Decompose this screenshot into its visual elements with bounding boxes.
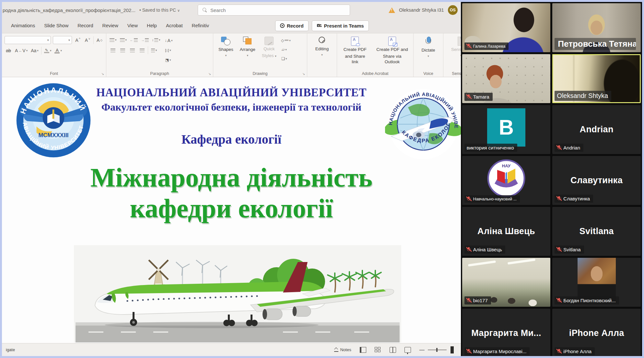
align-text-button[interactable]: [↕]▾	[164, 46, 172, 54]
dictate-button[interactable]: Dictate▾	[416, 36, 440, 59]
participant-tile[interactable]: Аліна Швець Аліна Швець	[462, 207, 551, 256]
participant-tile[interactable]: Богдан Пионтковский...	[552, 258, 641, 307]
mic-muted-icon	[557, 298, 561, 303]
account-avatar[interactable]: OS	[448, 5, 458, 15]
increase-indent-button[interactable]: →	[140, 36, 149, 44]
slideshow-button[interactable]	[404, 347, 411, 353]
participant-name: Навчально-науковий ...	[473, 197, 517, 201]
align-left-button[interactable]	[109, 46, 117, 54]
font-name-combo[interactable]: ▾	[5, 36, 51, 44]
participant-name: Галина Лазарева	[473, 44, 506, 49]
svg-text:T: T	[318, 24, 319, 27]
editing-button[interactable]: Editing▾	[310, 36, 334, 57]
search-box[interactable]	[198, 5, 350, 16]
shape-outline-button[interactable]: ▱▾	[280, 46, 288, 54]
tab-help[interactable]: Help	[142, 18, 161, 33]
record-button[interactable]: Record	[275, 20, 309, 31]
pdf-link-icon	[351, 37, 359, 46]
participant-tile[interactable]: iPhone Алла iPhone Алла	[552, 309, 641, 356]
mic-muted-icon	[467, 44, 471, 49]
create-pdf-share-outlook-button[interactable]: Create PDF andShare via Outlook	[374, 36, 411, 66]
warning-icon[interactable]	[389, 7, 395, 13]
mic-muted-icon	[467, 247, 471, 252]
columns-button[interactable]: ▾	[150, 46, 158, 54]
reading-view-button[interactable]	[390, 347, 396, 353]
paragraph-dialog-launcher[interactable]: ↘	[208, 72, 211, 76]
character-spacing-button[interactable]: A↔V▾	[14, 47, 28, 54]
slide-faculty-line: Факультет екологічної безпеки, інженерії…	[83, 101, 380, 113]
participant-tile[interactable]: Маргарита Ми... Маргарита Мирославі...	[462, 309, 551, 356]
participant-tile[interactable]: Галина Лазарева	[462, 3, 551, 52]
justify-button[interactable]	[138, 46, 146, 54]
font-dialog-launcher[interactable]: ↘	[101, 72, 104, 76]
search-input[interactable]	[210, 7, 345, 13]
decrease-indent-button[interactable]: ←	[129, 36, 138, 44]
notes-button[interactable]: Notes	[334, 347, 351, 352]
sensitivity-button[interactable]: Sensitivity▾	[446, 36, 461, 58]
tab-review[interactable]: Review	[98, 18, 123, 33]
create-pdf-share-link-button[interactable]: Create PDFand Share link	[340, 36, 370, 66]
participant-tile[interactable]: bio177	[462, 258, 551, 307]
mic-muted-icon	[557, 349, 561, 354]
drawing-dialog-launcher[interactable]: ↘	[302, 72, 305, 76]
font-size-combo[interactable]: ▾	[53, 36, 72, 44]
mic-muted-icon	[467, 349, 471, 354]
zoom-out-button[interactable]: —	[419, 347, 425, 353]
zoom-slider[interactable]	[428, 350, 447, 350]
present-in-teams-button[interactable]: T Present in Teams	[312, 20, 369, 31]
tab-record[interactable]: Record	[73, 18, 98, 33]
align-center-button[interactable]	[119, 46, 126, 54]
participant-tile[interactable]: Andrian Andrian	[552, 105, 641, 154]
autosave-status[interactable]: • Saved to this PC ∨	[139, 7, 180, 13]
shapes-button[interactable]: Shapes▾	[216, 36, 236, 63]
participant-tile[interactable]: НАУ Навчально-науковий ...	[462, 156, 551, 205]
document-title: родна діяльність_кафедра_екології_профор…	[3, 7, 135, 13]
letter-avatar: В	[487, 108, 525, 147]
participant-name: Маргарита Мирославі...	[473, 349, 527, 354]
participant-tile-active-speaker[interactable]: Oleksandr Shtyka	[552, 54, 641, 103]
shape-fill-button[interactable]: ◇▾	[280, 37, 291, 44]
smartart-button[interactable]: ⬔▾	[164, 56, 172, 64]
participant-tile[interactable]: Svitlana Svitlana	[552, 207, 641, 256]
tab-slide-show[interactable]: Slide Show	[40, 18, 73, 33]
zoom-in-button[interactable]	[451, 346, 454, 353]
participant-name: Богдан Пионтковский...	[563, 298, 615, 303]
zoom-control[interactable]: —	[419, 346, 454, 353]
participant-tile[interactable]: Tamara	[462, 54, 551, 103]
participant-tile[interactable]: Петровська Тетяна	[552, 3, 641, 52]
normal-view-button[interactable]	[360, 347, 366, 353]
tab-acrobat[interactable]: Acrobat	[161, 18, 187, 33]
strikethrough-button[interactable]: ab	[5, 47, 12, 54]
account-name[interactable]: Oleksandr Shtyka I31	[399, 7, 444, 13]
change-case-button[interactable]: Aa▾	[30, 47, 39, 54]
line-spacing-button[interactable]: ↕▾	[151, 36, 161, 44]
participant-name: Tamara	[473, 94, 489, 100]
text-direction-button[interactable]: ↓A▾	[164, 37, 173, 44]
tab-animations[interactable]: Animations	[6, 18, 40, 33]
align-right-button[interactable]	[128, 46, 136, 54]
arrange-button[interactable]: Arrange▾	[237, 36, 258, 63]
highlight-color-button[interactable]: ✎▾	[43, 47, 52, 54]
bullets-button[interactable]: ▾	[109, 36, 117, 44]
numbering-button[interactable]: ▾	[119, 36, 128, 44]
font-color-button[interactable]: A▾	[54, 47, 63, 54]
participant-tile[interactable]: Славутинка Славутинка	[552, 156, 641, 205]
tab-refinitiv[interactable]: Refinitiv	[187, 18, 214, 33]
paragraph-group: ▾ ▾ ← → ↕▾ ▾	[106, 33, 213, 77]
slide-sorter-button[interactable]	[375, 347, 381, 353]
mic-muted-icon	[557, 247, 561, 252]
arrange-icon	[243, 37, 252, 46]
decrease-font-button[interactable]: A˅	[84, 36, 91, 44]
slide-canvas[interactable]: НАЦІОНАЛЬНИЙ АВІАЦІЙНИЙ УНІВЕРСИТЕТ Факу…	[2, 77, 461, 343]
clear-formatting-button[interactable]: A◇	[96, 36, 103, 44]
sensitivity-icon	[458, 37, 461, 46]
ribbon-tabs: Animations Slide Show Record Review View…	[2, 18, 461, 33]
participant-tile[interactable]: В виктория ситниченко	[462, 105, 551, 154]
shape-effects-button[interactable]: ❏▾	[280, 55, 288, 63]
quick-styles-button[interactable]: QuickStyles ▾	[259, 36, 279, 63]
increase-font-button[interactable]: A^	[74, 36, 82, 44]
notes-icon	[334, 348, 338, 352]
mic-muted-icon	[557, 145, 561, 150]
record-icon	[280, 23, 285, 28]
tab-view[interactable]: View	[123, 18, 142, 33]
